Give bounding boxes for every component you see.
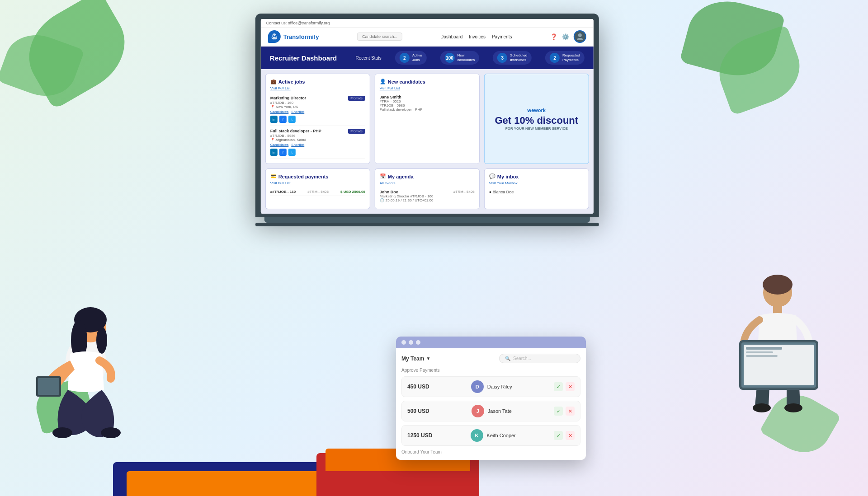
payment-job-id: ##TRJOB - 160 xyxy=(270,190,296,194)
all-events-link[interactable]: All events xyxy=(380,181,475,185)
svg-point-6 xyxy=(101,427,121,438)
stat-new-candidates: 100 Newcandidates xyxy=(440,51,480,65)
payment-row-3: 1250 USD K Keith Cooper ✓ ✕ xyxy=(401,425,580,446)
contact-text: Contact us: office@transformify.org xyxy=(266,21,330,25)
requested-payments-link[interactable]: Visit Full List xyxy=(270,181,365,185)
person-right xyxy=(723,261,832,451)
svg-point-4 xyxy=(96,327,107,354)
my-agenda-card: 📅 My agenda All events John Doe #TRM - 5… xyxy=(375,168,480,209)
payment-row-amount-2: 500 USD xyxy=(407,408,429,414)
search-icon: 🔍 xyxy=(505,356,510,361)
payment-row-actions-2: ✓ ✕ xyxy=(554,407,575,416)
reject-payment-3-btn[interactable]: ✕ xyxy=(566,431,575,440)
panel-titlebar xyxy=(396,337,586,348)
ad-subtext: FOR YOUR NEW MEMBER SERVICE xyxy=(495,126,579,131)
laptop-screen: Contact us: office@transformify.org Tran… xyxy=(255,14,599,217)
active-jobs-link[interactable]: Visit Full List xyxy=(270,86,365,90)
requested-payments-card: 💳 Requested payments Visit Full List ##T… xyxy=(265,168,370,209)
help-icon[interactable]: ❓ xyxy=(550,33,557,40)
svg-rect-16 xyxy=(744,345,814,385)
job-meta-2: #TRJOB - 5986 📍 Afghanistan, Kabul Candi… xyxy=(270,134,365,147)
laptop-container: Contact us: office@transformify.org Tran… xyxy=(255,14,599,226)
payment-row-amount-3: 1250 USD xyxy=(407,432,432,439)
calendar-icon: 📅 xyxy=(380,173,386,179)
candidates-link-1[interactable]: Candidates xyxy=(270,110,288,114)
new-candidates-title: 👤 New candidates xyxy=(380,79,475,84)
payment-amount: $ USD 2500.00 xyxy=(340,190,365,194)
payment-row-actions-1: ✓ ✕ xyxy=(554,382,575,391)
svg-point-13 xyxy=(784,403,802,412)
panel-search[interactable]: 🔍 Search... xyxy=(499,354,580,363)
panel-dot-1 xyxy=(401,340,406,345)
person-icon: 👤 xyxy=(380,79,386,84)
agenda-item-1: John Doe #TRM - 5406 Marketing Director … xyxy=(380,188,475,204)
job-title-2: Full stack developer - PHP xyxy=(270,129,321,133)
active-jobs-label: ActiveJobs xyxy=(412,53,422,62)
job-title-1: Marketing Director xyxy=(270,96,307,100)
laptop-base xyxy=(264,217,590,223)
chevron-down-icon: ▼ xyxy=(426,356,430,361)
agenda-time: 🕙 25.05.19 / 21:30 / UTC+01:00 xyxy=(380,198,475,202)
scheduled-interviews-count: 3 xyxy=(497,53,507,63)
svg-rect-18 xyxy=(746,351,773,353)
payment-row-person-2: J Jason Tate xyxy=(472,405,512,417)
shortlist-link-2[interactable]: Shortlist xyxy=(291,143,304,147)
active-jobs-title: 💼 Active jobs xyxy=(270,79,365,84)
inbox-item-1: ● Bianca Doe xyxy=(489,188,584,196)
nav-link-dashboard[interactable]: Dashboard xyxy=(440,34,462,39)
requested-payments-count: 2 xyxy=(550,53,560,63)
active-jobs-count: 2 xyxy=(400,53,410,63)
my-inbox-title: 💬 My inbox xyxy=(489,173,584,179)
person-avatar-2: J xyxy=(472,405,484,417)
stat-active-jobs: 2 ActiveJobs xyxy=(395,51,427,65)
candidates-link-2[interactable]: Candidates xyxy=(270,143,288,147)
candidate-meta-1: #TRM - 6526 #TRJOB - 5986 Full stack dev… xyxy=(380,99,475,112)
agenda-person-name: John Doe xyxy=(380,190,398,194)
twitter-icon-2[interactable]: t xyxy=(288,149,296,156)
reject-payment-2-btn[interactable]: ✕ xyxy=(566,407,575,416)
payment-item-1: ##TRJOB - 160 #TRM - 5406 $ USD 2500.00 xyxy=(270,188,365,196)
facebook-icon[interactable]: f xyxy=(279,116,287,123)
settings-icon[interactable]: ⚙️ xyxy=(562,33,569,40)
stat-scheduled-interviews: 3 ScheduledInterviews xyxy=(493,51,532,65)
agenda-trm: #TRM - 5406 xyxy=(453,190,475,194)
dashboard-header: Recruiter Dashboard Recent Stats 2 Activ… xyxy=(261,47,594,69)
linkedin-icon[interactable]: in xyxy=(270,116,278,123)
reject-payment-1-btn[interactable]: ✕ xyxy=(566,382,575,391)
svg-rect-19 xyxy=(746,355,778,357)
new-candidates-link[interactable]: Visit Full List xyxy=(380,86,475,90)
candidate-item-1: Jane Smith #TRM - 6526 #TRJOB - 5986 Ful… xyxy=(380,93,475,113)
new-candidates-label: Newcandidates xyxy=(458,53,475,62)
scheduled-interviews-label: ScheduledInterviews xyxy=(510,53,527,62)
candidate-search-input[interactable] xyxy=(357,33,402,41)
promote-btn-1[interactable]: Promote xyxy=(348,96,365,101)
payment-row-2: 500 USD J Jason Tate ✓ ✕ xyxy=(401,401,580,421)
twitter-icon[interactable]: t xyxy=(288,116,296,123)
briefcase-icon: 💼 xyxy=(270,79,277,84)
shortlist-link-1[interactable]: Shortlist xyxy=(291,110,304,114)
user-avatar[interactable] xyxy=(574,30,586,43)
svg-rect-17 xyxy=(746,347,782,350)
facebook-icon-2[interactable]: f xyxy=(279,149,287,156)
nav-link-payments[interactable]: Payments xyxy=(492,34,512,39)
payment-trm: #TRM - 5406 xyxy=(307,190,329,194)
panel-dot-3 xyxy=(416,340,420,345)
panel-dot-2 xyxy=(409,340,413,345)
requested-payments-label: RequestedPayments xyxy=(562,53,580,62)
approve-payment-2-btn[interactable]: ✓ xyxy=(554,407,563,416)
visit-mailbox-link[interactable]: Visit Your Mailbox xyxy=(489,181,584,185)
approve-payment-3-btn[interactable]: ✓ xyxy=(554,431,563,440)
approve-payment-1-btn[interactable]: ✓ xyxy=(554,382,563,391)
nav-link-invoices[interactable]: Invoices xyxy=(469,34,486,39)
top-bar: Contact us: office@transformify.org xyxy=(261,19,594,28)
dashboard-body: 💼 Active jobs Visit Full List Marketing … xyxy=(261,69,594,214)
nav-links: Dashboard Invoices Payments xyxy=(440,34,512,39)
my-agenda-title: 📅 My agenda xyxy=(380,173,475,179)
panel-header: My Team ▼ 🔍 Search... xyxy=(401,354,580,363)
linkedin-icon-2[interactable]: in xyxy=(270,149,278,156)
screen-inner: Contact us: office@transformify.org Tran… xyxy=(261,19,594,214)
panel-container: My Team ▼ 🔍 Search... Approve Payments 4… xyxy=(396,337,586,460)
inbox-icon: 💬 xyxy=(489,173,495,179)
promote-btn-2[interactable]: Promote xyxy=(348,129,365,134)
my-inbox-card: 💬 My inbox Visit Your Mailbox ● Bianca D… xyxy=(484,168,589,209)
